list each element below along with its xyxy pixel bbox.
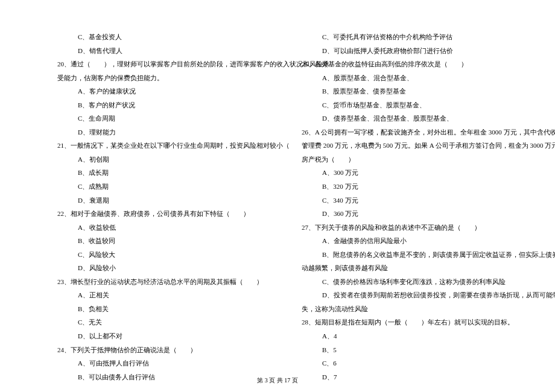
option-text: B、附息债券的名义收益率是不变的，则该债券属于固定收益证券，但实际上债券的价格变 [302, 248, 510, 262]
option-text: D、360 万元 [302, 207, 510, 221]
question-text: 20、通过（ ），理财师可以掌握客户目前所处的阶段，进而掌握客户的收入状况和风险… [57, 57, 265, 71]
option-text: D、以上都不对 [57, 329, 265, 343]
question-text: 26、A 公司拥有一写字楼，配套设施齐全，对外出租。全年租金 3000 万元，其… [302, 125, 510, 139]
option-text: D、投资者在债券到期前若想收回债券投资，则需要在债券市场折现，从而可能带来一定损 [302, 288, 510, 302]
option-text: C、6 [302, 356, 510, 370]
option-text: A、可由抵押人自行评估 [57, 356, 265, 370]
option-text: D、风险较小 [57, 261, 265, 275]
question-text: 28、短期目标是指在短期内（一般（ ）年左右）就可以实现的目标。 [302, 315, 510, 329]
option-text: A、收益较低 [57, 221, 265, 235]
question-text: 23、增长型行业的运动状态与经济活动总水平的周期及其振幅（ ） [57, 275, 265, 289]
option-text: A、4 [302, 329, 510, 343]
option-text: A、客户的健康状况 [57, 84, 265, 98]
option-text: B、收益较同 [57, 234, 265, 248]
left-column: C、基金投资人 D、销售代理人 20、通过（ ），理财师可以掌握客户目前所处的阶… [57, 30, 265, 384]
option-text: C、可委托具有评估资格的中介机构给予评估 [302, 30, 510, 44]
page-footer: 第 3 页 共 17 页 [0, 376, 555, 385]
option-text: C、风险较大 [57, 248, 265, 262]
option-text: C、生命周期 [57, 112, 265, 125]
question-continuation: 管理费 200 万元，水电费为 500 万元。如果 A 公司于承租方签订合同，租… [302, 139, 510, 153]
option-continuation: 动越频繁，则该债券越有风险 [302, 261, 510, 275]
option-text: C、340 万元 [302, 194, 510, 207]
option-text: C、基金投资人 [57, 30, 265, 44]
option-text: B、股票型基金、债券型基金 [302, 84, 510, 98]
option-text: C、货币市场型基金、股票型基金、 [302, 98, 510, 112]
question-text: 24、下列关于抵押物估价的正确说法是（ ） [57, 343, 265, 357]
option-text: A、初创期 [57, 153, 265, 166]
option-text: C、债券的价格因市场利率变化而涨跌，这称为债券的利率风险 [302, 275, 510, 289]
option-text: D、理财能力 [57, 125, 265, 139]
question-text: 25、各类基金的收益特征由高到低的排序依次是（ ） [302, 57, 510, 71]
document-page: C、基金投资人 D、销售代理人 20、通过（ ），理财师可以掌握客户目前所处的阶… [0, 0, 555, 392]
option-text: B、负相关 [57, 302, 265, 316]
option-text: C、无关 [57, 315, 265, 329]
option-text: B、客户的财产状况 [57, 98, 265, 112]
option-text: B、320 万元 [302, 180, 510, 194]
option-text: A、正相关 [57, 288, 265, 302]
option-text: B、5 [302, 343, 510, 357]
option-text: D、销售代理人 [57, 44, 265, 58]
option-text: B、成长期 [57, 166, 265, 180]
question-text: 22、相对于金融债券、政府债券，公司债券具有如下特征（ ） [57, 207, 265, 221]
option-continuation: 失，这称为流动性风险 [302, 302, 510, 316]
question-text: 21、一般情况下，某类企业处在以下哪个行业生命周期时，投资风险相对较小（ ） [57, 139, 265, 153]
option-text: A、股票型基金、混合型基金、 [302, 71, 510, 85]
option-text: D、可以由抵押人委托政府物价部门进行估价 [302, 44, 510, 58]
option-text: D、债券型基金、混合型基金、股票型基金、 [302, 112, 510, 125]
question-text: 27、下列关于债券的风险和收益的表述中不正确的是（ ） [302, 221, 510, 235]
question-continuation: 受能力，估测客户的保费负担能力。 [57, 71, 265, 85]
option-text: A、300 万元 [302, 166, 510, 180]
option-text: C、成熟期 [57, 180, 265, 194]
option-text: D、衰退期 [57, 194, 265, 207]
right-column: C、可委托具有评估资格的中介机构给予评估 D、可以由抵押人委托政府物价部门进行估… [302, 30, 510, 384]
option-text: A、金融债券的信用风险最小 [302, 234, 510, 248]
question-continuation: 房产税为（ ） [302, 153, 510, 166]
